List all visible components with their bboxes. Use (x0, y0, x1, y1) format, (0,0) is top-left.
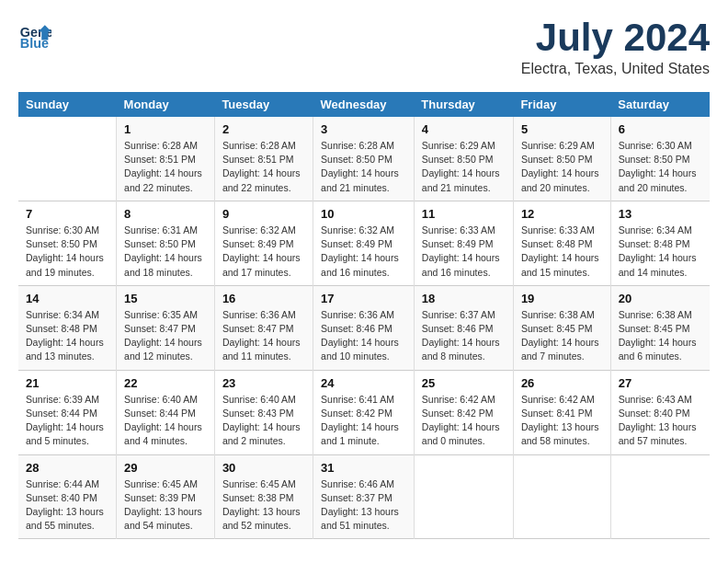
calendar-week-row: 14Sunrise: 6:34 AM Sunset: 8:48 PM Dayli… (18, 285, 710, 370)
calendar-cell: 2Sunrise: 6:28 AM Sunset: 8:51 PM Daylig… (214, 117, 313, 201)
day-header-thursday: Thursday (414, 92, 513, 117)
day-number: 13 (619, 207, 702, 221)
calendar-cell: 9Sunrise: 6:32 AM Sunset: 8:49 PM Daylig… (214, 201, 313, 285)
month-title: July 2024 (521, 18, 710, 57)
day-header-sunday: Sunday (18, 92, 117, 117)
day-info: Sunrise: 6:36 AM Sunset: 8:46 PM Dayligh… (321, 308, 406, 364)
calendar-cell: 4Sunrise: 6:29 AM Sunset: 8:50 PM Daylig… (414, 117, 513, 201)
day-header-friday: Friday (513, 92, 610, 117)
day-number: 31 (321, 461, 406, 475)
day-info: Sunrise: 6:40 AM Sunset: 8:44 PM Dayligh… (124, 393, 207, 449)
day-number: 4 (422, 122, 506, 136)
day-info: Sunrise: 6:28 AM Sunset: 8:51 PM Dayligh… (222, 139, 305, 195)
calendar-cell (513, 454, 610, 539)
calendar-cell: 1Sunrise: 6:28 AM Sunset: 8:51 PM Daylig… (117, 117, 215, 201)
calendar-cell: 16Sunrise: 6:36 AM Sunset: 8:47 PM Dayli… (214, 285, 313, 370)
logo-icon: General Blue (18, 18, 51, 52)
day-header-wednesday: Wednesday (313, 92, 415, 117)
day-info: Sunrise: 6:42 AM Sunset: 8:41 PM Dayligh… (521, 393, 603, 449)
day-info: Sunrise: 6:30 AM Sunset: 8:50 PM Dayligh… (619, 139, 702, 195)
calendar-cell: 8Sunrise: 6:31 AM Sunset: 8:50 PM Daylig… (117, 201, 215, 285)
calendar-cell: 31Sunrise: 6:46 AM Sunset: 8:37 PM Dayli… (313, 454, 415, 539)
title-section: July 2024 Electra, Texas, United States (521, 18, 710, 77)
day-info: Sunrise: 6:30 AM Sunset: 8:50 PM Dayligh… (26, 224, 108, 280)
day-number: 20 (619, 292, 702, 305)
day-info: Sunrise: 6:33 AM Sunset: 8:49 PM Dayligh… (422, 224, 506, 280)
day-info: Sunrise: 6:34 AM Sunset: 8:48 PM Dayligh… (26, 308, 108, 364)
day-number: 11 (422, 207, 506, 221)
calendar-week-row: 28Sunrise: 6:44 AM Sunset: 8:40 PM Dayli… (18, 454, 710, 539)
day-info: Sunrise: 6:44 AM Sunset: 8:40 PM Dayligh… (26, 477, 108, 534)
day-info: Sunrise: 6:41 AM Sunset: 8:42 PM Dayligh… (321, 393, 406, 449)
calendar-cell: 29Sunrise: 6:45 AM Sunset: 8:39 PM Dayli… (117, 454, 215, 539)
day-header-tuesday: Tuesday (214, 92, 313, 117)
calendar-cell: 10Sunrise: 6:32 AM Sunset: 8:49 PM Dayli… (313, 201, 415, 285)
day-number: 29 (124, 461, 207, 475)
calendar-week-row: 21Sunrise: 6:39 AM Sunset: 8:44 PM Dayli… (18, 370, 710, 454)
calendar-cell (610, 454, 710, 539)
day-info: Sunrise: 6:36 AM Sunset: 8:47 PM Dayligh… (222, 308, 305, 364)
day-number: 28 (26, 461, 108, 475)
day-number: 1 (124, 122, 207, 136)
calendar-cell: 27Sunrise: 6:43 AM Sunset: 8:40 PM Dayli… (610, 370, 710, 454)
day-number: 15 (124, 292, 207, 305)
calendar-week-row: 7Sunrise: 6:30 AM Sunset: 8:50 PM Daylig… (18, 201, 710, 285)
day-number: 21 (26, 376, 108, 390)
page-header: General Blue July 2024 Electra, Texas, U… (18, 18, 710, 77)
calendar-cell: 22Sunrise: 6:40 AM Sunset: 8:44 PM Dayli… (117, 370, 215, 454)
day-info: Sunrise: 6:33 AM Sunset: 8:48 PM Dayligh… (521, 224, 603, 280)
calendar-body: 1Sunrise: 6:28 AM Sunset: 8:51 PM Daylig… (18, 117, 710, 539)
day-number: 27 (619, 376, 702, 390)
calendar-cell: 7Sunrise: 6:30 AM Sunset: 8:50 PM Daylig… (18, 201, 117, 285)
day-info: Sunrise: 6:40 AM Sunset: 8:43 PM Dayligh… (222, 393, 305, 449)
day-number: 23 (222, 376, 305, 390)
calendar-cell: 17Sunrise: 6:36 AM Sunset: 8:46 PM Dayli… (313, 285, 415, 370)
day-info: Sunrise: 6:43 AM Sunset: 8:40 PM Dayligh… (619, 393, 702, 449)
day-number: 16 (222, 292, 305, 305)
day-number: 3 (321, 122, 406, 136)
day-info: Sunrise: 6:42 AM Sunset: 8:42 PM Dayligh… (422, 393, 506, 449)
day-number: 14 (26, 292, 108, 305)
day-number: 2 (222, 122, 305, 136)
day-info: Sunrise: 6:38 AM Sunset: 8:45 PM Dayligh… (521, 308, 603, 364)
day-number: 26 (521, 376, 603, 390)
calendar-cell: 26Sunrise: 6:42 AM Sunset: 8:41 PM Dayli… (513, 370, 610, 454)
calendar-cell: 3Sunrise: 6:28 AM Sunset: 8:50 PM Daylig… (313, 117, 415, 201)
day-number: 9 (222, 207, 305, 221)
calendar-cell: 5Sunrise: 6:29 AM Sunset: 8:50 PM Daylig… (513, 117, 610, 201)
day-header-saturday: Saturday (610, 92, 710, 117)
day-number: 10 (321, 207, 406, 221)
day-number: 25 (422, 376, 506, 390)
calendar-cell: 23Sunrise: 6:40 AM Sunset: 8:43 PM Dayli… (214, 370, 313, 454)
calendar-table: SundayMondayTuesdayWednesdayThursdayFrid… (18, 92, 710, 539)
calendar-cell: 30Sunrise: 6:45 AM Sunset: 8:38 PM Dayli… (214, 454, 313, 539)
calendar-cell: 25Sunrise: 6:42 AM Sunset: 8:42 PM Dayli… (414, 370, 513, 454)
day-info: Sunrise: 6:37 AM Sunset: 8:46 PM Dayligh… (422, 308, 506, 364)
day-info: Sunrise: 6:39 AM Sunset: 8:44 PM Dayligh… (26, 393, 108, 449)
day-info: Sunrise: 6:45 AM Sunset: 8:38 PM Dayligh… (222, 477, 305, 534)
calendar-cell: 21Sunrise: 6:39 AM Sunset: 8:44 PM Dayli… (18, 370, 117, 454)
calendar-cell: 13Sunrise: 6:34 AM Sunset: 8:48 PM Dayli… (610, 201, 710, 285)
day-info: Sunrise: 6:38 AM Sunset: 8:45 PM Dayligh… (619, 308, 702, 364)
day-number: 6 (619, 122, 702, 136)
day-info: Sunrise: 6:32 AM Sunset: 8:49 PM Dayligh… (222, 224, 305, 280)
day-number: 18 (422, 292, 506, 305)
calendar-cell: 6Sunrise: 6:30 AM Sunset: 8:50 PM Daylig… (610, 117, 710, 201)
day-number: 8 (124, 207, 207, 221)
calendar-cell: 12Sunrise: 6:33 AM Sunset: 8:48 PM Dayli… (513, 201, 610, 285)
calendar-cell: 28Sunrise: 6:44 AM Sunset: 8:40 PM Dayli… (18, 454, 117, 539)
calendar-cell: 15Sunrise: 6:35 AM Sunset: 8:47 PM Dayli… (117, 285, 215, 370)
calendar-cell: 20Sunrise: 6:38 AM Sunset: 8:45 PM Dayli… (610, 285, 710, 370)
day-info: Sunrise: 6:35 AM Sunset: 8:47 PM Dayligh… (124, 308, 207, 364)
day-number: 12 (521, 207, 603, 221)
calendar-week-row: 1Sunrise: 6:28 AM Sunset: 8:51 PM Daylig… (18, 117, 710, 201)
day-number: 19 (521, 292, 603, 305)
day-info: Sunrise: 6:46 AM Sunset: 8:37 PM Dayligh… (321, 477, 406, 534)
logo: General Blue (18, 18, 51, 52)
day-number: 22 (124, 376, 207, 390)
location: Electra, Texas, United States (521, 61, 710, 77)
calendar-cell: 11Sunrise: 6:33 AM Sunset: 8:49 PM Dayli… (414, 201, 513, 285)
day-number: 24 (321, 376, 406, 390)
calendar-cell (414, 454, 513, 539)
calendar-cell: 24Sunrise: 6:41 AM Sunset: 8:42 PM Dayli… (313, 370, 415, 454)
